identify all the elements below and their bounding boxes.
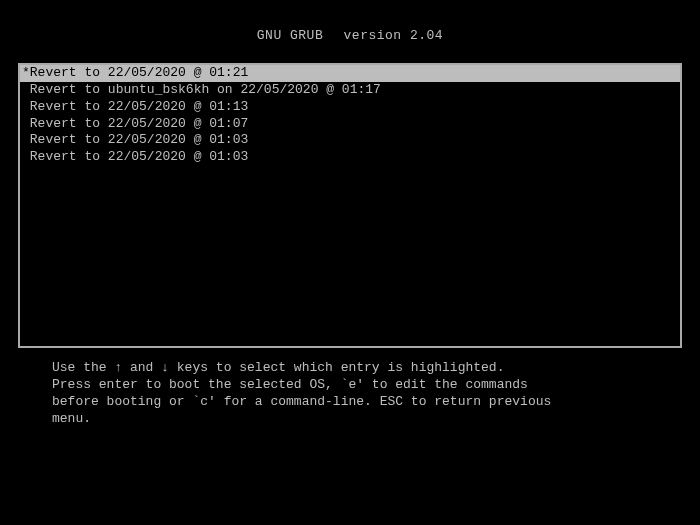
- menu-item-marker: [22, 99, 30, 114]
- instruction-line: Press enter to boot the selected OS, `e'…: [52, 377, 648, 394]
- boot-menu-item[interactable]: Revert to 22/05/2020 @ 01:03: [20, 132, 680, 149]
- boot-menu-item[interactable]: Revert to 22/05/2020 @ 01:03: [20, 149, 680, 166]
- menu-item-label: Revert to ubuntu_bsk6kh on 22/05/2020 @ …: [30, 82, 381, 97]
- instruction-line: before booting or `c' for a command-line…: [52, 394, 648, 411]
- menu-item-marker: [22, 116, 30, 131]
- boot-menu-item[interactable]: Revert to 22/05/2020 @ 01:07: [20, 116, 680, 133]
- menu-item-marker: [22, 82, 30, 97]
- boot-menu-item[interactable]: *Revert to 22/05/2020 @ 01:21: [20, 65, 680, 82]
- grub-version: version 2.04: [344, 28, 444, 43]
- instruction-line: Use the ↑ and ↓ keys to select which ent…: [52, 360, 648, 377]
- menu-item-marker: [22, 132, 30, 147]
- menu-item-label: Revert to 22/05/2020 @ 01:21: [30, 65, 248, 80]
- menu-item-label: Revert to 22/05/2020 @ 01:13: [30, 99, 248, 114]
- grub-app-name: GNU GRUB: [257, 28, 323, 43]
- instruction-line: menu.: [52, 411, 648, 428]
- menu-item-label: Revert to 22/05/2020 @ 01:07: [30, 116, 248, 131]
- grub-header: GNU GRUB version 2.04: [0, 0, 700, 63]
- boot-menu-item[interactable]: Revert to 22/05/2020 @ 01:13: [20, 99, 680, 116]
- menu-item-label: Revert to 22/05/2020 @ 01:03: [30, 149, 248, 164]
- boot-menu-box: *Revert to 22/05/2020 @ 01:21 Revert to …: [18, 63, 682, 348]
- grub-instructions: Use the ↑ and ↓ keys to select which ent…: [52, 360, 648, 428]
- boot-menu-list[interactable]: *Revert to 22/05/2020 @ 01:21 Revert to …: [20, 65, 680, 166]
- menu-item-marker: *: [22, 65, 30, 80]
- menu-item-marker: [22, 149, 30, 164]
- menu-item-label: Revert to 22/05/2020 @ 01:03: [30, 132, 248, 147]
- boot-menu-item[interactable]: Revert to ubuntu_bsk6kh on 22/05/2020 @ …: [20, 82, 680, 99]
